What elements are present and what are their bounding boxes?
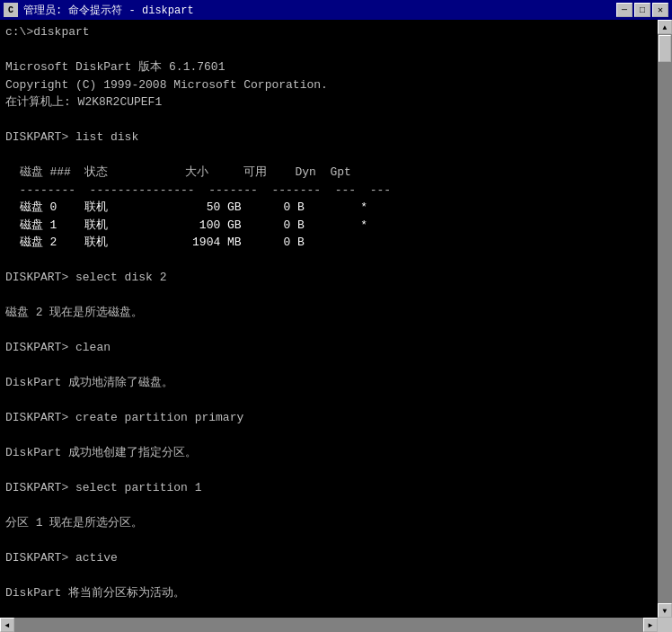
console-table-header: 磁盘 ### 状态 大小 可用 Dyn Gpt bbox=[5, 164, 654, 182]
console-prompt-selpart: DISKPART> select partition 1 bbox=[5, 479, 654, 497]
console-blank-12 bbox=[5, 567, 654, 585]
console-prompt-active: DISKPART> active bbox=[5, 549, 654, 567]
minimize-button[interactable]: ─ bbox=[616, 3, 632, 17]
title-bar: C 管理员: 命令提示符 - diskpart ─ □ ✕ bbox=[0, 0, 672, 20]
scroll-thumb[interactable] bbox=[659, 35, 671, 62]
console-create-result: DiskPart 成功地创建了指定分区。 bbox=[5, 444, 654, 462]
scroll-left-button[interactable]: ◄ bbox=[0, 618, 14, 632]
console-line-init-prompt: c:\>diskpart bbox=[5, 23, 654, 41]
window-title: 管理员: 命令提示符 - diskpart bbox=[23, 3, 194, 18]
console-active-result: DiskPart 将当前分区标为活动。 bbox=[5, 584, 654, 602]
window: C 管理员: 命令提示符 - diskpart ─ □ ✕ c:\>diskpa… bbox=[0, 0, 672, 632]
scroll-up-button[interactable]: ▲ bbox=[658, 20, 672, 34]
maximize-button[interactable]: □ bbox=[634, 3, 650, 17]
console-table-divider: -------- --------------- ------- -------… bbox=[5, 182, 654, 200]
console-clean-result: DiskPart 成功地清除了磁盘。 bbox=[5, 374, 654, 392]
vertical-scrollbar[interactable]: ▲ ▼ bbox=[658, 20, 672, 618]
console-area: c:\>diskpart Microsoft DiskPart 版本 6.1.7… bbox=[0, 20, 672, 618]
console-blank-1 bbox=[5, 111, 654, 129]
console-blank-9 bbox=[5, 462, 654, 480]
hscroll-track[interactable] bbox=[14, 618, 643, 632]
console-prompt-select: DISKPART> select disk 2 bbox=[5, 269, 654, 287]
console-line-blank-0 bbox=[5, 41, 654, 59]
console-prompt-list: DISKPART> list disk bbox=[5, 129, 654, 147]
console-blank-7 bbox=[5, 392, 654, 410]
horizontal-scrollbar[interactable]: ◄ ► bbox=[0, 618, 658, 632]
console-selpart-result: 分区 1 现在是所选分区。 bbox=[5, 514, 654, 532]
scroll-right-button[interactable]: ► bbox=[643, 618, 658, 632]
console-line-2: Copyright (C) 1999-2008 Microsoft Corpor… bbox=[5, 76, 654, 94]
scrollbar-corner bbox=[658, 618, 672, 632]
console-blank-5 bbox=[5, 322, 654, 340]
console-blank-10 bbox=[5, 497, 654, 515]
console-prompt-clean: DISKPART> clean bbox=[5, 339, 654, 357]
console-blank-3 bbox=[5, 252, 654, 270]
console-blank-11 bbox=[5, 532, 654, 550]
console-blank-6 bbox=[5, 357, 654, 375]
console-disk1: 磁盘 1 联机 100 GB 0 B * bbox=[5, 217, 654, 235]
close-button[interactable]: ✕ bbox=[652, 3, 668, 17]
console-blank-4 bbox=[5, 287, 654, 305]
console-disk2: 磁盘 2 联机 1904 MB 0 B bbox=[5, 234, 654, 252]
scroll-track[interactable] bbox=[658, 34, 672, 603]
console-disk0: 磁盘 0 联机 50 GB 0 B * bbox=[5, 199, 654, 217]
scroll-down-button[interactable]: ▼ bbox=[658, 603, 672, 618]
title-bar-left: C 管理员: 命令提示符 - diskpart bbox=[4, 3, 194, 18]
console-line-1: Microsoft DiskPart 版本 6.1.7601 bbox=[5, 58, 654, 76]
console-line-3: 在计算机上: W2K8R2CUPEF1 bbox=[5, 93, 654, 111]
window-icon: C bbox=[4, 3, 18, 17]
console-blank-2 bbox=[5, 147, 654, 165]
console-blank-13 bbox=[5, 602, 654, 619]
console-select-result: 磁盘 2 现在是所选磁盘。 bbox=[5, 304, 654, 322]
console-prompt-create: DISKPART> create partition primary bbox=[5, 409, 654, 427]
console-blank-8 bbox=[5, 427, 654, 445]
window-controls: ─ □ ✕ bbox=[616, 3, 668, 17]
